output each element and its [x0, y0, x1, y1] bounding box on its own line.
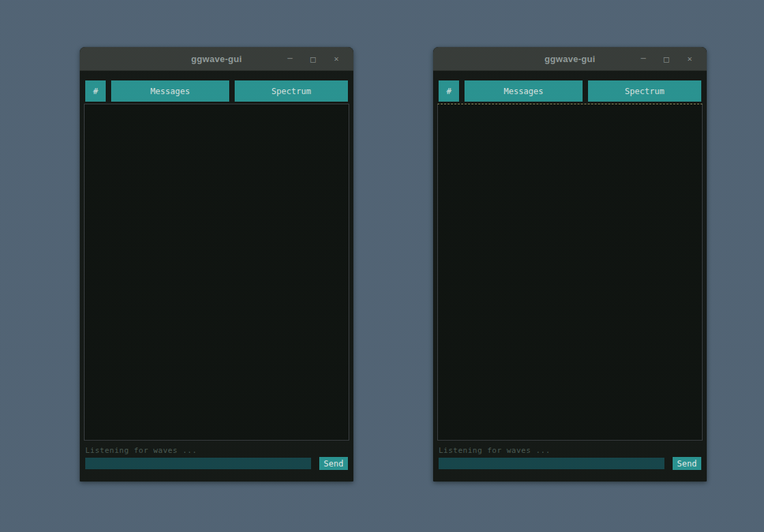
close-icon[interactable]: ✕ [325, 47, 348, 71]
tab-spectrum[interactable]: Spectrum [588, 80, 701, 102]
window-body: # Messages Spectrum Listening for waves … [80, 71, 353, 482]
tab-spectrum[interactable]: Spectrum [235, 80, 348, 102]
message-input[interactable] [85, 458, 311, 469]
tab-messages[interactable]: Messages [111, 80, 229, 102]
window-title: ggwave-gui [544, 54, 596, 64]
ggwave-window-left: ggwave-gui ─ □ ✕ # Messages Spectrum Lis… [80, 47, 353, 482]
maximize-icon[interactable]: □ [302, 47, 325, 71]
message-input[interactable] [439, 458, 664, 469]
window-controls: ─ □ ✕ [632, 47, 701, 70]
window-title: ggwave-gui [191, 54, 242, 64]
status-text: Listening for waves ... [439, 446, 701, 455]
messages-pane[interactable] [437, 104, 703, 441]
messages-pane[interactable] [84, 104, 349, 441]
close-icon[interactable]: ✕ [678, 47, 701, 71]
tab-hash[interactable]: # [85, 80, 106, 102]
tab-bar: # Messages Spectrum [85, 80, 348, 102]
tab-messages[interactable]: Messages [465, 80, 583, 102]
send-button[interactable]: Send [673, 457, 701, 470]
minimize-icon[interactable]: ─ [278, 47, 302, 71]
titlebar[interactable]: ggwave-gui ─ □ ✕ [80, 47, 353, 71]
titlebar[interactable]: ggwave-gui ─ □ ✕ [433, 47, 707, 71]
window-body: # Messages Spectrum Listening for waves … [433, 71, 707, 482]
status-text: Listening for waves ... [85, 446, 348, 455]
compose-row: Send [85, 457, 348, 470]
minimize-icon[interactable]: ─ [632, 47, 655, 71]
compose-row: Send [439, 457, 701, 470]
tab-bar: # Messages Spectrum [439, 80, 701, 102]
tab-hash[interactable]: # [439, 80, 459, 102]
send-button[interactable]: Send [319, 457, 348, 470]
ggwave-window-right: ggwave-gui ─ □ ✕ # Messages Spectrum Lis… [433, 47, 707, 482]
maximize-icon[interactable]: □ [655, 47, 678, 71]
window-controls: ─ □ ✕ [278, 47, 348, 70]
